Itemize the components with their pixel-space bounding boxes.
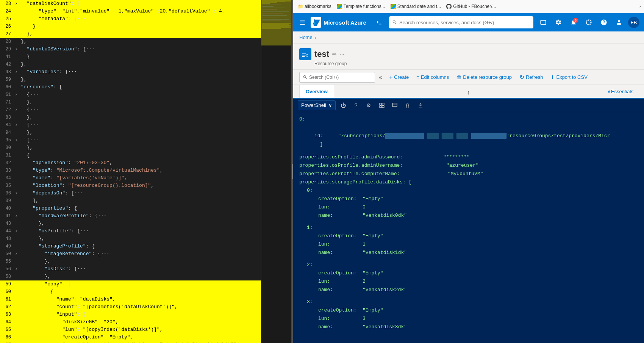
- user-avatar[interactable]: FB: [628, 17, 639, 28]
- code-line-63: 63 "input": {: [0, 311, 291, 318]
- line-number: 95: [2, 136, 15, 144]
- divider-handle: [292, 164, 293, 179]
- export-icon: ⬇: [550, 74, 555, 80]
- svg-rect-11: [262, 15, 287, 16]
- bookmarks-more-btn[interactable]: ›: [639, 4, 641, 9]
- create-button[interactable]: + Create: [386, 72, 412, 83]
- powershell-dropdown[interactable]: PowerShell ∨: [298, 100, 336, 110]
- svg-rect-26: [382, 105, 384, 107]
- tab-bar: Overview ↕ ∧ Essentials: [293, 85, 644, 99]
- panel-divider[interactable]: [292, 0, 293, 343]
- ps-field-key: name:: [318, 286, 363, 294]
- ps-id-label: id:: [314, 132, 335, 140]
- code-text: },: [21, 235, 44, 243]
- azure-logo[interactable]: Microsoft Azure: [311, 17, 366, 28]
- line-number: 71: [2, 99, 15, 106]
- line-number: 83: [2, 114, 15, 121]
- help-icon[interactable]: [598, 16, 610, 28]
- line-number: 30: [2, 144, 15, 152]
- line-number: 27: [2, 30, 15, 38]
- breadcrumb-home[interactable]: Home: [299, 34, 313, 40]
- code-text: "osDisk": {···: [21, 265, 86, 273]
- code-text: },: [21, 220, 44, 227]
- collapse-icon[interactable]: «: [377, 73, 385, 81]
- line-number: 94: [2, 129, 15, 136]
- export-csv-button[interactable]: ⬇ Export to CSV: [547, 72, 590, 83]
- ps-window2-icon[interactable]: [389, 100, 400, 111]
- expand-icon[interactable]: ›: [15, 91, 21, 99]
- ps-line: ]: [299, 140, 638, 149]
- ps-help-icon[interactable]: ?: [351, 100, 361, 111]
- portal-icon[interactable]: [537, 16, 549, 28]
- ps-field-key: lun:: [318, 315, 363, 323]
- svg-rect-9: [262, 11, 289, 12]
- ps-prop-line-2: properties.osProfile.computerName: "MyUb…: [299, 170, 638, 178]
- expand-icon[interactable]: ›: [15, 68, 21, 76]
- ps-braces-icon[interactable]: {}: [402, 100, 413, 111]
- code-line-39: 39 ],: [0, 197, 291, 205]
- menu-icon[interactable]: ☰: [298, 17, 307, 28]
- bookmark-template-functions[interactable]: Template functions...: [335, 3, 387, 10]
- code-text: "resources": [: [21, 83, 62, 91]
- user-icon[interactable]: [613, 16, 625, 28]
- tab-scroll-icon[interactable]: ↕: [463, 87, 474, 98]
- expand-icon[interactable]: ›: [15, 212, 21, 220]
- svg-rect-25: [380, 105, 381, 107]
- azure-search-box[interactable]: [389, 16, 533, 28]
- ps-upload-icon[interactable]: [415, 100, 426, 111]
- code-line-25: 25 "metadata": {···: [0, 15, 291, 23]
- ps-field-value: "venkatdisk3dk": [363, 323, 407, 331]
- svg-rect-8: [262, 9, 277, 10]
- ps-disk-num: 1:: [307, 224, 313, 232]
- ps-field-value: 3: [363, 315, 366, 323]
- expand-icon[interactable]: ›: [15, 265, 21, 273]
- code-editor[interactable]: 23 › "dataDiskCount": [ 24 "type": "int"…: [0, 0, 291, 343]
- expand-icon[interactable]: ›: [15, 45, 21, 53]
- powershell-content[interactable]: 0: id: "/subscriptions/████████████ ████…: [293, 112, 644, 343]
- notifications-icon[interactable]: 5: [567, 16, 580, 28]
- ps-power-icon[interactable]: ⏻: [338, 100, 349, 111]
- code-text: }: [21, 23, 36, 30]
- more-options-icon[interactable]: ···: [340, 51, 344, 57]
- ps-disk-3-name: name: "venkatdisk3dk": [299, 323, 638, 331]
- expand-icon[interactable]: ›: [15, 121, 21, 129]
- resource-search-box[interactable]: [299, 72, 375, 83]
- refresh-button[interactable]: ↻ Refresh: [516, 72, 546, 83]
- expand-icon[interactable]: ›: [15, 250, 21, 258]
- line-number: 29: [2, 45, 15, 53]
- ps-window1-icon[interactable]: [377, 100, 387, 111]
- delete-rg-button[interactable]: 🗑 Delete resource group: [453, 72, 515, 83]
- search-input[interactable]: [399, 20, 530, 25]
- tab-overview[interactable]: Overview: [299, 85, 334, 98]
- code-text: },: [21, 76, 27, 83]
- line-number: 43: [2, 68, 15, 76]
- bookmark-standard-date[interactable]: Standard date and t...: [389, 3, 442, 10]
- expand-icon[interactable]: ›: [15, 136, 21, 144]
- azure-topbar: ☰ Microsoft Azure: [293, 13, 644, 31]
- gear-icon[interactable]: [583, 16, 595, 28]
- code-text: "metadata": {···: [21, 15, 86, 23]
- ps-field-key: createOption:: [318, 269, 363, 277]
- expand-icon[interactable]: ›: [15, 227, 21, 235]
- settings-icon[interactable]: [552, 16, 564, 28]
- code-text: {···: [21, 136, 39, 144]
- code-text: ],: [21, 197, 39, 205]
- code-line-29: 29 › "ubuntuOSVersion": {···: [0, 45, 291, 53]
- svg-rect-5: [262, 5, 281, 5]
- edit-columns-button[interactable]: ≡ Edit columns: [413, 72, 452, 83]
- ps-settings-icon[interactable]: ⚙: [364, 100, 374, 111]
- edit-icon[interactable]: ✏: [332, 51, 337, 57]
- bookmark-allbookmarks[interactable]: 📁 allbookmarks: [296, 3, 333, 10]
- cloud-shell-icon[interactable]: [373, 16, 385, 28]
- code-text: "diskSizeGB": "20",: [21, 318, 119, 326]
- resource-search-input[interactable]: [309, 75, 366, 80]
- expand-icon[interactable]: ›: [15, 106, 21, 114]
- expand-icon[interactable]: ›: [15, 190, 21, 197]
- code-text: },: [21, 273, 50, 280]
- essentials-toggle[interactable]: ∧ Essentials: [603, 85, 638, 98]
- line-number: 24: [2, 8, 15, 15]
- bookmark-github[interactable]: GitHub - FBoucher/...: [445, 3, 497, 10]
- expand-icon[interactable]: ›: [15, 0, 21, 8]
- ps-disk-1-lun: lun: 1: [299, 240, 638, 249]
- ps-prop-key: properties.osProfile.computerName:: [299, 170, 409, 178]
